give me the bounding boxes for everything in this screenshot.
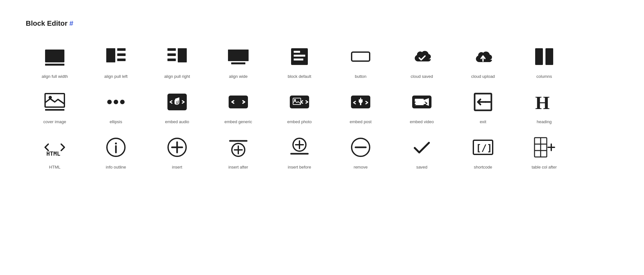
saved-icon [409, 134, 435, 160]
block-default-item: block default [270, 44, 328, 79]
heading-label: heading [537, 119, 552, 125]
heading-icon: H [531, 89, 557, 115]
exit-item: exit [454, 89, 512, 125]
button-label: button [355, 74, 366, 79]
columns-icon [531, 44, 557, 69]
svg-rect-2 [106, 48, 115, 62]
embed-generic-item: embed generic [209, 89, 267, 125]
block-default-label: block default [288, 74, 311, 79]
svg-text:[/]: [/] [476, 143, 492, 153]
ellipsis-icon [103, 89, 129, 115]
shortcode-label: shortcode [474, 165, 492, 170]
remove-icon [348, 134, 374, 160]
cloud-saved-icon [409, 44, 435, 69]
insert-icon [164, 134, 190, 160]
align-pull-right-item: align pull right [148, 44, 206, 79]
align-pull-right-icon [164, 44, 190, 69]
remove-label: remove [354, 165, 367, 170]
button-icon [348, 44, 374, 69]
html-icon: HTML [42, 134, 68, 160]
cover-image-label: cover image [43, 119, 66, 125]
shortcode-item: [/] shortcode [454, 134, 512, 170]
embed-photo-label: embed photo [287, 119, 312, 125]
align-pull-left-label: align pull left [104, 74, 128, 79]
saved-label: saved [416, 165, 428, 170]
align-wide-icon [225, 44, 251, 69]
embed-post-label: embed post [350, 119, 372, 125]
svg-rect-17 [535, 48, 543, 65]
svg-rect-5 [117, 59, 126, 61]
cloud-upload-label: cloud upload [471, 74, 495, 79]
table-col-after-icon [531, 134, 557, 160]
embed-photo-icon [287, 89, 312, 115]
shortcode-icon: [/] [470, 134, 496, 160]
info-outline-label: info outline [106, 165, 126, 170]
align-pull-left-icon [103, 44, 129, 69]
embed-generic-label: embed generic [224, 119, 252, 125]
insert-after-label: insert after [228, 165, 248, 170]
table-col-after-item: table col after [515, 134, 573, 170]
svg-point-20 [49, 96, 52, 99]
embed-audio-label: embed audio [165, 119, 189, 125]
heading-item: H heading [515, 89, 573, 125]
insert-before-label: insert before [288, 165, 311, 170]
exit-icon [470, 89, 496, 115]
page-title: Block Editor # [26, 19, 618, 28]
svg-point-24 [120, 100, 125, 104]
embed-post-icon [348, 89, 374, 115]
html-label: HTML [49, 165, 60, 170]
ellipsis-label: ellipsis [109, 119, 122, 125]
align-pull-right-label: align pull right [164, 74, 190, 79]
svg-rect-9 [167, 59, 176, 61]
cloud-saved-label: cloud saved [411, 74, 433, 79]
svg-rect-0 [45, 50, 64, 62]
svg-rect-14 [294, 55, 305, 57]
embed-photo-item: embed photo [270, 89, 328, 125]
ellipsis-item: ellipsis [87, 89, 145, 125]
embed-video-label: embed video [410, 119, 434, 125]
svg-point-40 [115, 142, 117, 144]
svg-rect-6 [178, 48, 187, 62]
align-full-width-icon [42, 44, 68, 69]
svg-text:H: H [535, 92, 550, 113]
html-item: HTML HTML [26, 134, 84, 170]
insert-item: insert [148, 134, 206, 170]
svg-rect-18 [545, 48, 553, 65]
svg-rect-16 [352, 52, 370, 61]
insert-before-icon [287, 134, 312, 160]
insert-before-item: insert before [270, 134, 328, 170]
remove-item: remove [332, 134, 390, 170]
columns-item: columns [515, 44, 573, 79]
cover-image-item: cover image [26, 89, 84, 125]
svg-rect-3 [117, 48, 126, 51]
svg-text:HTML: HTML [46, 150, 61, 157]
embed-post-item: embed post [332, 89, 390, 125]
align-full-width-label: align full width [42, 74, 68, 79]
cloud-upload-icon [470, 44, 496, 69]
svg-point-22 [107, 100, 112, 104]
embed-generic-icon [225, 89, 251, 115]
svg-rect-15 [294, 59, 303, 60]
svg-rect-34 [415, 99, 424, 105]
svg-rect-1 [45, 64, 64, 66]
svg-rect-7 [167, 48, 176, 51]
insert-after-item: insert after [209, 134, 267, 170]
svg-rect-4 [117, 53, 126, 56]
cover-image-icon [42, 89, 68, 115]
saved-item: saved [393, 134, 451, 170]
insert-label: insert [172, 165, 182, 170]
embed-video-icon [409, 89, 435, 115]
embed-video-item: embed video [393, 89, 451, 125]
info-outline-item: info outline [87, 134, 145, 170]
align-pull-left-item: align pull left [87, 44, 145, 79]
embed-audio-item: embed audio [148, 89, 206, 125]
svg-rect-21 [45, 109, 64, 111]
svg-rect-13 [294, 51, 300, 53]
cloud-upload-item: cloud upload [454, 44, 512, 79]
svg-rect-8 [167, 53, 176, 56]
svg-rect-11 [231, 62, 245, 64]
table-col-after-label: table col after [532, 165, 557, 170]
exit-label: exit [480, 119, 486, 125]
align-full-width-item: align full width [26, 44, 84, 79]
icon-grid: align full width align pull left align p… [26, 44, 573, 170]
